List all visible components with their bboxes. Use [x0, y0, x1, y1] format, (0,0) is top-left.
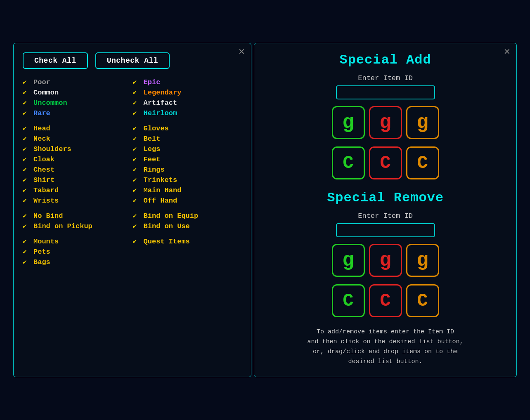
list-item[interactable]: ✔ Mounts	[23, 237, 133, 245]
check-icon: ✔	[23, 196, 30, 205]
item-label: Shirt	[33, 176, 54, 184]
special-remove-section: Special Remove Enter Item ID g g g C C C	[264, 190, 506, 325]
list-item[interactable]: ✔ Wrists	[23, 196, 133, 205]
item-label: Bags	[33, 258, 50, 266]
item-label: Belt	[144, 135, 161, 143]
list-item[interactable]: ✔ Rings	[133, 165, 243, 174]
check-icon: ✔	[133, 222, 140, 230]
add-item-id-input[interactable]	[336, 85, 435, 99]
list-item[interactable]: ✔ Bind on Use	[133, 222, 243, 230]
item-label: Uncommon	[33, 99, 67, 107]
remove-enter-item-id-label: Enter Item ID	[358, 212, 413, 220]
list-item[interactable]: ✔ Head	[23, 124, 133, 132]
add-c-green-button[interactable]: C	[332, 146, 365, 179]
check-icon: ✔	[23, 155, 30, 163]
list-item[interactable]: ✔ Cloak	[23, 155, 133, 163]
remove-c-red-button[interactable]: C	[369, 284, 402, 317]
list-item[interactable]: ✔ Bind on Pickup	[23, 222, 133, 230]
item-label: Bind on Use	[144, 222, 190, 230]
check-icon: ✔	[133, 134, 140, 143]
check-icon: ✔	[23, 222, 30, 230]
check-icon: ✔	[23, 165, 30, 174]
list-item[interactable]: ✔ Poor	[23, 78, 133, 86]
list-item[interactable]: ✔ Bags	[23, 258, 133, 266]
check-icon: ✔	[23, 258, 30, 266]
remove-c-green-button[interactable]: C	[332, 284, 365, 317]
add-g-red-button[interactable]: g	[369, 106, 402, 139]
item-label: Heirloom	[144, 109, 177, 117]
item-label: Chest	[33, 166, 54, 174]
add-g-orange-button[interactable]: g	[406, 106, 439, 139]
list-item[interactable]: ✔ Trinkets	[133, 176, 243, 184]
item-label: Cloak	[33, 156, 54, 163]
check-icon: ✔	[133, 212, 140, 220]
check-icon: ✔	[23, 176, 30, 184]
check-icon: ✔	[23, 109, 30, 117]
check-icon: ✔	[133, 165, 140, 174]
list-item[interactable]: ✔ Feet	[133, 155, 243, 163]
list-item[interactable]: ✔ Rare	[23, 109, 133, 117]
check-icon: ✔	[23, 134, 30, 143]
check-icon: ✔	[133, 78, 140, 86]
list-item[interactable]: ✔ Uncommon	[23, 99, 133, 107]
list-item[interactable]: ✔ Bind on Equip	[133, 212, 243, 220]
list-item[interactable]: ✔ Off Hand	[133, 196, 243, 205]
add-g-green-button[interactable]: g	[332, 106, 365, 139]
item-label: Trinkets	[144, 176, 177, 184]
add-c-orange-button[interactable]: C	[406, 146, 439, 179]
list-item[interactable]: ✔ Chest	[23, 165, 133, 174]
top-buttons: Check All Uncheck All	[23, 52, 243, 69]
add-c-red-button[interactable]: C	[369, 146, 402, 179]
uncheck-all-button[interactable]: Uncheck All	[95, 52, 170, 69]
item-label: Rare	[33, 109, 50, 117]
list-item[interactable]: ✔ Pets	[23, 248, 133, 256]
list-item[interactable]: ✔ Gloves	[133, 124, 243, 132]
col1: ✔ Poor ✔ Common ✔ Uncommon ✔ Rare	[23, 78, 133, 268]
special-add-title: Special Add	[339, 52, 431, 68]
list-item[interactable]: ✔ Legendary	[133, 88, 243, 97]
remove-c-orange-button[interactable]: C	[406, 284, 439, 317]
remove-item-id-input[interactable]	[336, 223, 435, 237]
list-item[interactable]: ✔ Heirloom	[133, 109, 243, 117]
list-item[interactable]: ✔ Common	[23, 88, 133, 97]
remove-g-green-button[interactable]: g	[332, 244, 365, 277]
check-icon: ✔	[23, 145, 30, 153]
remove-g-red-button[interactable]: g	[369, 244, 402, 277]
check-icon: ✔	[23, 186, 30, 194]
left-close-button[interactable]: ✕	[238, 47, 245, 56]
add-icons-row1: g g g	[332, 106, 439, 139]
left-panel: ✕ Check All Uncheck All ✔ Poor ✔ Common …	[13, 43, 251, 377]
list-item[interactable]: ✔ Quest Items	[133, 237, 243, 245]
remove-icons-row2: C C C	[332, 284, 439, 317]
list-item[interactable]: ✔ Belt	[133, 134, 243, 143]
list-item[interactable]: ✔ Neck	[23, 134, 133, 143]
list-item[interactable]: ✔ Main Hand	[133, 186, 243, 194]
item-label: Pets	[33, 248, 50, 256]
remove-icons-row1: g g g	[332, 244, 439, 277]
check-icon: ✔	[133, 99, 140, 107]
add-icons-row2: C C C	[332, 146, 439, 179]
right-close-button[interactable]: ✕	[504, 47, 511, 56]
check-icon: ✔	[133, 109, 140, 117]
list-item[interactable]: ✔ Shoulders	[23, 145, 133, 153]
check-icon: ✔	[23, 88, 30, 97]
item-label: Common	[33, 89, 59, 97]
special-add-section: Special Add Enter Item ID g g g C C C	[264, 52, 506, 187]
list-item[interactable]: ✔ Tabard	[23, 186, 133, 194]
list-item[interactable]: ✔ Artifact	[133, 99, 243, 107]
item-label: Poor	[33, 78, 50, 86]
check-icon: ✔	[133, 186, 140, 194]
list-item[interactable]: ✔ Legs	[133, 145, 243, 153]
list-item[interactable]: ✔ Epic	[133, 78, 243, 86]
remove-g-orange-button[interactable]: g	[406, 244, 439, 277]
list-item[interactable]: ✔ Shirt	[23, 176, 133, 184]
right-panel: ✕ Special Add Enter Item ID g g g C C C …	[254, 43, 517, 377]
item-label: Head	[33, 125, 50, 132]
columns: ✔ Poor ✔ Common ✔ Uncommon ✔ Rare	[23, 78, 243, 268]
list-item[interactable]: ✔ No Bind	[23, 212, 133, 220]
check-icon: ✔	[133, 196, 140, 205]
check-icon: ✔	[23, 124, 30, 132]
check-icon: ✔	[23, 248, 30, 256]
check-all-button[interactable]: Check All	[23, 52, 88, 69]
item-label: Mounts	[33, 238, 59, 245]
